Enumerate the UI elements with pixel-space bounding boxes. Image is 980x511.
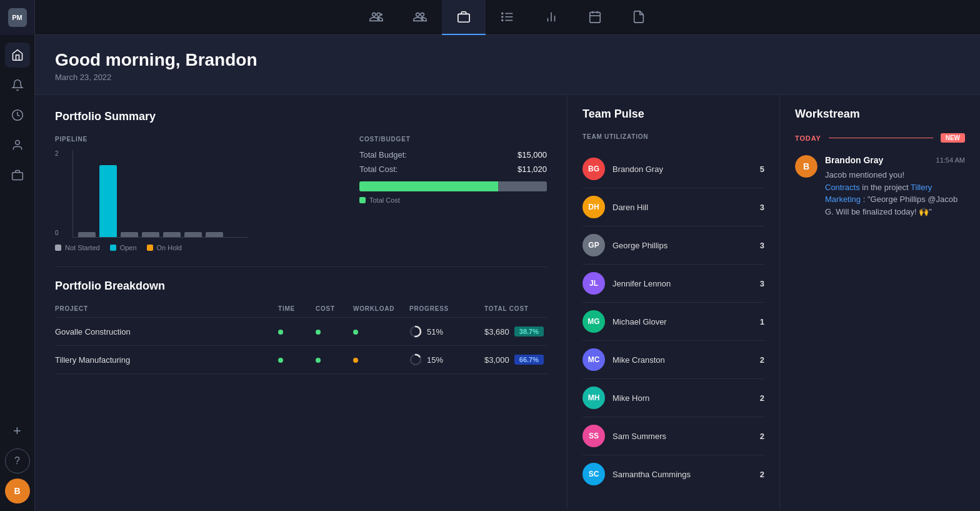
sidebar-item-add[interactable]: + [5, 418, 30, 443]
tillery-workload-dot [353, 354, 409, 365]
cost-budget-label: COST/BUDGET [359, 136, 547, 143]
project-name-govalle: Govalle Construction [55, 327, 278, 336]
total-budget-value: $15,000 [518, 150, 547, 159]
budget-bar-dark [498, 181, 547, 191]
top-nav-item-team[interactable] [398, 0, 442, 35]
legend-total-cost: Total Cost [359, 196, 400, 204]
bar-not-started-5 [184, 232, 202, 237]
avatar: DH [582, 196, 605, 218]
new-badge: NEW [941, 133, 965, 143]
bar-not-started-1 [78, 232, 96, 237]
govalle-cost-dot [316, 326, 353, 337]
member-name: Mike Cranston [612, 355, 752, 365]
pipeline-bar-chart [72, 150, 248, 238]
govalle-badge: 38.7% [514, 326, 544, 336]
col-cost: COST [316, 305, 353, 312]
sidebar-item-notifications[interactable] [5, 73, 30, 98]
member-name: Sam Summers [612, 432, 752, 441]
sidebar-item-work[interactable] [5, 163, 30, 188]
top-nav-item-addteam[interactable] [354, 0, 398, 35]
budget-bar [359, 181, 547, 191]
legend-label-cost: Total Cost [369, 196, 400, 204]
team-member-row: SC Samantha Cummings 2 [582, 455, 764, 493]
member-name: Jennifer Lennon [612, 279, 752, 288]
svg-rect-12 [590, 12, 601, 22]
svg-point-7 [502, 16, 503, 18]
team-member-row: BG Brandon Gray 5 [582, 150, 764, 188]
bar-chart-inner [73, 150, 248, 237]
ws-message: Jacob mentioned you! Contracts in the pr… [825, 169, 965, 218]
sidebar-item-people[interactable] [5, 133, 30, 158]
avatar: MH [582, 387, 605, 409]
govalle-total-cost: $3,680 [484, 327, 509, 336]
member-name: Brandon Gray [612, 164, 752, 174]
total-budget-row: Total Budget: $15,000 [359, 150, 547, 159]
col-total-cost: TOTAL COST [484, 305, 547, 312]
legend-not-started: Not Started [55, 244, 100, 251]
workstream-panel: Workstream TODAY NEW B Brandon Gray 11:5… [780, 95, 980, 508]
legend-dot-open [110, 245, 116, 251]
sidebar-bottom: + ? B [5, 418, 30, 503]
member-count: 2 [760, 393, 764, 403]
workstream-title: Workstream [795, 108, 965, 121]
avatar: JL [582, 272, 605, 295]
team-pulse-title: Team Pulse [582, 108, 764, 121]
sidebar-item-home[interactable] [5, 43, 30, 68]
avatar: SC [582, 463, 605, 485]
member-name: Samantha Cummings [612, 470, 752, 479]
content-area: Good morning, Brandon March 23, 2022 Por… [35, 35, 980, 511]
tillery-progress-ring [409, 353, 422, 366]
summary-grid: PIPELINE 2 0 [55, 136, 547, 251]
svg-point-17 [15, 141, 19, 145]
utilization-label: TEAM UTILIZATION [582, 133, 764, 140]
team-member-row: SS Sam Summers 2 [582, 417, 764, 455]
chart-y-top: 2 [55, 150, 59, 157]
legend-dot-not-started [55, 245, 61, 251]
ws-link-contracts[interactable]: Contracts [825, 183, 860, 192]
table-row: Govalle Construction 51% $3,68 [55, 318, 547, 346]
today-label: TODAY [795, 134, 821, 142]
member-count: 2 [760, 355, 764, 365]
top-nav: PM [0, 0, 980, 35]
member-count: 1 [760, 317, 764, 326]
ws-avatar-brandon: B [795, 155, 818, 178]
divider-1 [55, 266, 547, 267]
team-member-row: JL Jennifer Lennon 3 [582, 265, 764, 303]
govalle-progress-label: 51% [427, 327, 443, 336]
svg-point-6 [502, 13, 503, 14]
table-row: Tillery Manufacturing 15% $3,0 [55, 346, 547, 374]
app-logo[interactable]: PM [0, 0, 35, 35]
col-progress: PROGRESS [409, 305, 484, 312]
govalle-progress: 51% [409, 325, 484, 338]
legend-label-open: Open [120, 244, 137, 251]
sidebar-item-recent[interactable] [5, 103, 30, 128]
top-nav-item-list[interactable] [486, 0, 529, 35]
sidebar-item-profile[interactable]: B [5, 478, 30, 503]
member-name: Mike Horn [612, 393, 752, 403]
workstream-item: B Brandon Gray 11:54 AM Jacob mentioned … [795, 155, 965, 218]
member-name: George Phillips [612, 241, 752, 250]
member-count: 3 [760, 279, 764, 288]
ws-content: Brandon Gray 11:54 AM Jacob mentioned yo… [825, 155, 965, 218]
top-nav-item-portfolio[interactable] [442, 0, 486, 35]
project-name-tillery: Tillery Manufacturing [55, 355, 278, 365]
ws-avatar-initials: B [795, 155, 818, 178]
team-member-row: MH Mike Horn 2 [582, 379, 764, 417]
top-nav-item-document[interactable] [617, 0, 661, 35]
pipeline-section: PIPELINE 2 0 [55, 136, 334, 251]
top-nav-item-chart[interactable] [529, 0, 573, 35]
sidebar-item-help[interactable]: ? [5, 448, 30, 473]
left-panel: Portfolio Summary PIPELINE 2 0 [35, 95, 568, 508]
team-member-row: GP George Phillips 3 [582, 226, 764, 265]
member-count: 2 [760, 432, 764, 441]
top-nav-item-calendar[interactable] [573, 0, 617, 35]
total-cost-label: Total Cost: [359, 164, 398, 174]
avatar: MC [582, 348, 605, 371]
team-member-row: MG Michael Glover 1 [582, 303, 764, 341]
legend-dot-cost [359, 197, 366, 203]
bar-not-started-2 [121, 232, 138, 237]
main-layout: + ? B Good morning, Brandon March 23, 20… [0, 35, 980, 511]
bar-open [99, 165, 117, 237]
tillery-cost-dot [316, 354, 353, 365]
col-workload: WORKLOAD [353, 305, 409, 312]
